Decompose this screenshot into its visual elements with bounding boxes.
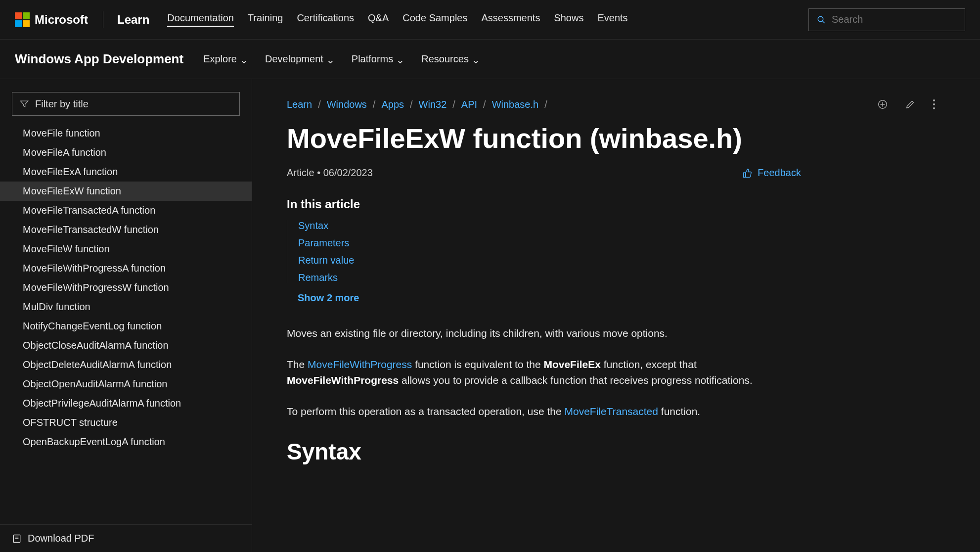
svg-point-8 <box>933 99 935 101</box>
in-this-article: In this article SyntaxParametersReturn v… <box>287 197 801 304</box>
link-movefilewithprogress[interactable]: MoveFileWithProgress <box>308 359 412 370</box>
ita-link-parameters[interactable]: Parameters <box>298 237 801 249</box>
ita-link-remarks[interactable]: Remarks <box>298 272 801 283</box>
sidebar-item[interactable]: MoveFileWithProgressW function <box>0 278 252 297</box>
more-icon[interactable] <box>933 99 935 112</box>
sidebar-nav-list[interactable]: MoveFile functionMoveFileA functionMoveF… <box>0 122 252 524</box>
breadcrumb-separator: / <box>483 99 486 110</box>
body-layout: Filter by title MoveFile functionMoveFil… <box>0 79 980 552</box>
edit-icon[interactable] <box>905 99 916 112</box>
sidebar: Filter by title MoveFile functionMoveFil… <box>0 79 252 552</box>
sidebar-item[interactable]: MoveFileW function <box>0 239 252 259</box>
article-meta: Article • 06/02/2023 <box>287 167 373 179</box>
sidebar-item[interactable]: OpenBackupEventLogA function <box>0 432 252 452</box>
chevron-down-icon: ⌄ <box>472 54 480 66</box>
topnav-documentation[interactable]: Documentation <box>167 12 234 27</box>
sidebar-item[interactable]: OFSTRUCT structure <box>0 413 252 432</box>
article-type: Article <box>287 167 314 178</box>
header-bar: Microsoft Learn DocumentationTrainingCer… <box>0 0 980 40</box>
breadcrumb-separator: / <box>410 99 413 110</box>
sidebar-item[interactable]: MulDiv function <box>0 297 252 317</box>
topnav-q&a[interactable]: Q&A <box>368 12 389 27</box>
breadcrumb-windows[interactable]: Windows <box>327 99 367 110</box>
chevron-down-icon: ⌄ <box>240 54 248 66</box>
subnav-development[interactable]: Development⌄ <box>265 53 335 65</box>
chevron-down-icon: ⌄ <box>326 54 335 66</box>
sidebar-item[interactable]: MoveFileTransactedA function <box>0 201 252 220</box>
svg-point-10 <box>933 107 935 109</box>
breadcrumb-api[interactable]: API <box>461 99 477 110</box>
filter-icon <box>19 99 29 109</box>
sidebar-item[interactable]: MoveFile function <box>0 124 252 143</box>
in-this-article-heading: In this article <box>287 197 801 211</box>
link-movefiletransacted[interactable]: MoveFileTransacted <box>565 406 658 417</box>
ita-link-return-value[interactable]: Return value <box>298 255 801 266</box>
in-this-article-list: SyntaxParametersReturn valueRemarks <box>287 220 801 283</box>
sidebar-item[interactable]: MoveFileTransactedW function <box>0 220 252 239</box>
meta-row: Article • 06/02/2023 Feedback <box>287 167 801 179</box>
search-input[interactable] <box>832 14 957 25</box>
page-title: MoveFileExW function (winbase.h) <box>287 122 945 154</box>
paragraph-3: To perform this operation as a transacte… <box>287 404 801 420</box>
intro-paragraph: Moves an existing file or directory, inc… <box>287 325 801 342</box>
search-icon <box>817 15 826 24</box>
chevron-down-icon: ⌄ <box>396 54 404 66</box>
sidebar-item[interactable]: MoveFileExW function <box>0 182 252 201</box>
topnav-certifications[interactable]: Certifications <box>297 12 354 27</box>
main-content: Learn/Windows/Apps/Win32/API/Winbase.h/ … <box>252 79 980 552</box>
microsoft-logo-icon <box>15 12 30 27</box>
sub-nav: Explore⌄Development⌄Platforms⌄Resources⌄ <box>203 53 480 65</box>
feedback-label: Feedback <box>757 167 801 179</box>
breadcrumb-win32[interactable]: Win32 <box>419 99 447 110</box>
topnav-events[interactable]: Events <box>597 12 627 27</box>
topnav-code-samples[interactable]: Code Samples <box>402 12 467 27</box>
topnav-shows[interactable]: Shows <box>554 12 583 27</box>
thumbs-up-icon <box>743 168 753 178</box>
brand-learn[interactable]: Learn <box>117 13 149 27</box>
breadcrumb-separator: / <box>318 99 321 110</box>
download-pdf-button[interactable]: Download PDF <box>0 524 252 552</box>
section-syntax-heading: Syntax <box>287 434 801 469</box>
filter-box[interactable]: Filter by title <box>12 92 240 116</box>
breadcrumb-learn[interactable]: Learn <box>287 99 312 110</box>
breadcrumbs: Learn/Windows/Apps/Win32/API/Winbase.h/ <box>287 99 945 110</box>
svg-rect-11 <box>744 173 746 177</box>
search-box[interactable] <box>808 8 965 31</box>
subnav-explore[interactable]: Explore⌄ <box>203 53 248 65</box>
add-icon[interactable] <box>877 99 888 112</box>
sidebar-item[interactable]: ObjectOpenAuditAlarmA function <box>0 374 252 394</box>
filter-placeholder: Filter by title <box>35 98 89 110</box>
sidebar-item[interactable]: ObjectDeleteAuditAlarmA function <box>0 355 252 374</box>
svg-line-1 <box>822 21 825 23</box>
breadcrumb-apps[interactable]: Apps <box>381 99 404 110</box>
show-more-link[interactable]: Show 2 more <box>287 292 801 304</box>
svg-point-0 <box>818 16 823 22</box>
subheader-title[interactable]: Windows App Development <box>15 51 183 67</box>
sidebar-item[interactable]: ObjectPrivilegeAuditAlarmA function <box>0 394 252 413</box>
download-pdf-label: Download PDF <box>28 533 94 544</box>
subnav-platforms[interactable]: Platforms⌄ <box>352 53 404 65</box>
microsoft-logo-text: Microsoft <box>35 13 88 27</box>
breadcrumb-winbase-h[interactable]: Winbase.h <box>492 99 539 110</box>
breadcrumb-separator: / <box>452 99 455 110</box>
article-content: Moves an existing file or directory, inc… <box>287 325 801 469</box>
header-divider <box>103 11 103 28</box>
breadcrumb-separator: / <box>544 99 547 110</box>
sidebar-item[interactable]: NotifyChangeEventLog function <box>0 317 252 336</box>
ita-link-syntax[interactable]: Syntax <box>298 220 801 231</box>
download-icon <box>12 534 22 544</box>
topnav-training[interactable]: Training <box>248 12 283 27</box>
sidebar-item[interactable]: MoveFileExA function <box>0 162 252 182</box>
top-nav: DocumentationTrainingCertificationsQ&ACo… <box>167 12 627 27</box>
subnav-resources[interactable]: Resources⌄ <box>421 53 480 65</box>
feedback-button[interactable]: Feedback <box>743 167 801 179</box>
topnav-assessments[interactable]: Assessments <box>481 12 540 27</box>
sidebar-item[interactable]: ObjectCloseAuditAlarmA function <box>0 336 252 355</box>
sub-header-bar: Windows App Development Explore⌄Developm… <box>0 40 980 79</box>
sidebar-item[interactable]: MoveFileWithProgressA function <box>0 259 252 278</box>
sidebar-item[interactable]: MoveFileA function <box>0 143 252 162</box>
microsoft-logo[interactable]: Microsoft <box>15 12 88 27</box>
page-actions <box>877 99 935 112</box>
article-date: 06/02/2023 <box>323 167 373 178</box>
paragraph-2: The MoveFileWithProgress function is equ… <box>287 357 801 389</box>
